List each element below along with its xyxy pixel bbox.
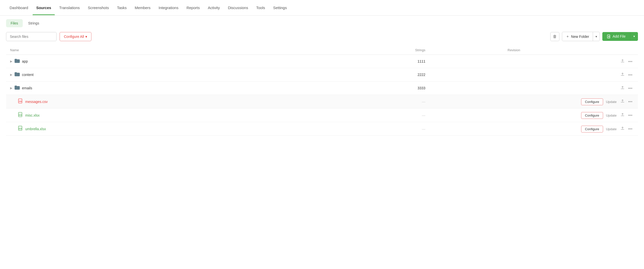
add-file-main: Add File [602, 32, 630, 41]
more-options-button[interactable]: ••• [627, 112, 634, 119]
file-table-container: Name Strings Revision ▶ app [0, 46, 644, 136]
expand-chevron-icon[interactable]: ▶ [10, 86, 12, 90]
nav-integrations[interactable]: Integrations [155, 1, 182, 15]
file-actions: Configure Update ••• [524, 95, 638, 109]
more-options-button[interactable]: ••• [627, 58, 634, 65]
more-options-button[interactable]: ••• [627, 126, 634, 132]
nav-tasks[interactable]: Tasks [113, 1, 130, 15]
col-header-revision: Revision [429, 46, 524, 55]
update-button[interactable]: Update [604, 113, 618, 118]
configure-button[interactable]: Configure [581, 112, 603, 119]
svg-text:XLSX: XLSX [19, 128, 22, 129]
file-strings: — [354, 109, 429, 122]
trash-icon: 🗑 [553, 34, 557, 39]
delete-button[interactable]: 🗑 [550, 32, 559, 41]
add-file-icon [607, 34, 611, 39]
nav-translations[interactable]: Translations [56, 1, 83, 15]
folder-name: content [22, 73, 34, 77]
folder-name-cell: ▶ app [6, 55, 354, 68]
configure-all-chevron-icon: ▾ [85, 35, 87, 39]
file-actions: Configure Update ••• [524, 109, 638, 122]
configure-button[interactable]: Configure [581, 126, 603, 132]
toolbar-right: 🗑 ＋ New Folder ▾ Add File ▾ [550, 32, 638, 41]
file-strings: — [354, 95, 429, 109]
folder-actions: ••• [524, 68, 638, 82]
file-revision [429, 95, 524, 109]
nav-members[interactable]: Members [131, 1, 154, 15]
tab-files[interactable]: Files [6, 19, 23, 27]
update-button[interactable]: Update [604, 99, 618, 105]
file-name-link[interactable]: messages.csv [25, 100, 48, 104]
folder-icon [14, 72, 20, 78]
search-input[interactable] [6, 32, 57, 41]
folder-revision [429, 55, 524, 68]
upload-button[interactable] [620, 71, 626, 78]
folder-icon [14, 85, 20, 91]
xlsx-file-icon: XLSX [18, 112, 23, 118]
file-revision [429, 109, 524, 122]
table-row: XLSX umbrella.xlsx — Configure Update ••… [6, 122, 638, 136]
nav-reports[interactable]: Reports [183, 1, 203, 15]
top-navigation: Dashboard Sources Translations Screensho… [0, 0, 644, 16]
plus-icon: ＋ [566, 34, 569, 39]
folder-revision [429, 68, 524, 82]
update-button[interactable]: Update [604, 126, 618, 132]
col-header-strings: Strings [354, 46, 429, 55]
add-file-dropdown-icon[interactable]: ▾ [630, 32, 638, 40]
more-options-button[interactable]: ••• [627, 85, 634, 92]
tab-strings[interactable]: Strings [24, 19, 44, 27]
upload-button[interactable] [620, 98, 626, 105]
file-table: Name Strings Revision ▶ app [6, 46, 638, 136]
file-actions: Configure Update ••• [524, 122, 638, 136]
expand-chevron-icon[interactable]: ▶ [10, 73, 12, 76]
file-name-link[interactable]: misc.xlsx [25, 113, 40, 117]
folder-strings-count: 1111 [354, 55, 429, 68]
table-row: CSV messages.csv — Configure Update ••• [6, 95, 638, 109]
folder-revision [429, 82, 524, 95]
add-file-label: Add File [613, 34, 626, 38]
table-row: ▶ emails 3333 ••• [6, 82, 638, 95]
new-folder-main: ＋ New Folder [562, 32, 593, 41]
nav-screenshots[interactable]: Screenshots [84, 1, 112, 15]
file-name-cell: XLSX umbrella.xlsx [6, 122, 354, 136]
folder-name-cell: ▶ emails [6, 82, 354, 95]
table-row: ▶ app 1111 ••• [6, 55, 638, 68]
upload-button[interactable] [620, 112, 626, 118]
folder-icon [14, 59, 20, 64]
file-name-cell: XLSX misc.xlsx [6, 109, 354, 122]
col-header-name: Name [6, 46, 354, 55]
expand-chevron-icon[interactable]: ▶ [10, 60, 12, 63]
folder-name: emails [22, 86, 32, 90]
nav-tools[interactable]: Tools [253, 1, 268, 15]
file-strings: — [354, 122, 429, 136]
folder-strings-count: 2222 [354, 68, 429, 82]
upload-button[interactable] [620, 58, 626, 65]
folder-actions: ••• [524, 82, 638, 95]
col-header-actions [524, 46, 638, 55]
configure-all-button[interactable]: Configure All ▾ [60, 32, 91, 41]
nav-discussions[interactable]: Discussions [224, 1, 252, 15]
configure-all-label: Configure All [64, 35, 84, 39]
sub-tab-bar: Files Strings [0, 16, 644, 27]
nav-sources[interactable]: Sources [33, 1, 55, 15]
folder-strings-count: 3333 [354, 82, 429, 95]
add-file-button[interactable]: Add File ▾ [602, 32, 638, 41]
file-revision [429, 122, 524, 136]
folder-name: app [22, 59, 28, 63]
more-options-button[interactable]: ••• [627, 72, 634, 78]
toolbar: Configure All ▾ 🗑 ＋ New Folder ▾ Add F [0, 27, 644, 46]
folder-actions: ••• [524, 55, 638, 68]
new-folder-button[interactable]: ＋ New Folder ▾ [562, 32, 600, 41]
upload-button[interactable] [620, 125, 626, 132]
file-name-link[interactable]: umbrella.xlsx [25, 127, 46, 131]
svg-text:CSV: CSV [19, 101, 22, 102]
nav-dashboard[interactable]: Dashboard [6, 1, 32, 15]
configure-button[interactable]: Configure [581, 98, 603, 105]
more-options-button[interactable]: ••• [627, 98, 634, 105]
upload-button[interactable] [620, 85, 626, 91]
nav-activity[interactable]: Activity [204, 1, 224, 15]
new-folder-dropdown-icon[interactable]: ▾ [593, 33, 600, 40]
new-folder-label: New Folder [571, 35, 589, 39]
nav-settings[interactable]: Settings [270, 1, 290, 15]
file-name-cell: CSV messages.csv [6, 95, 354, 109]
